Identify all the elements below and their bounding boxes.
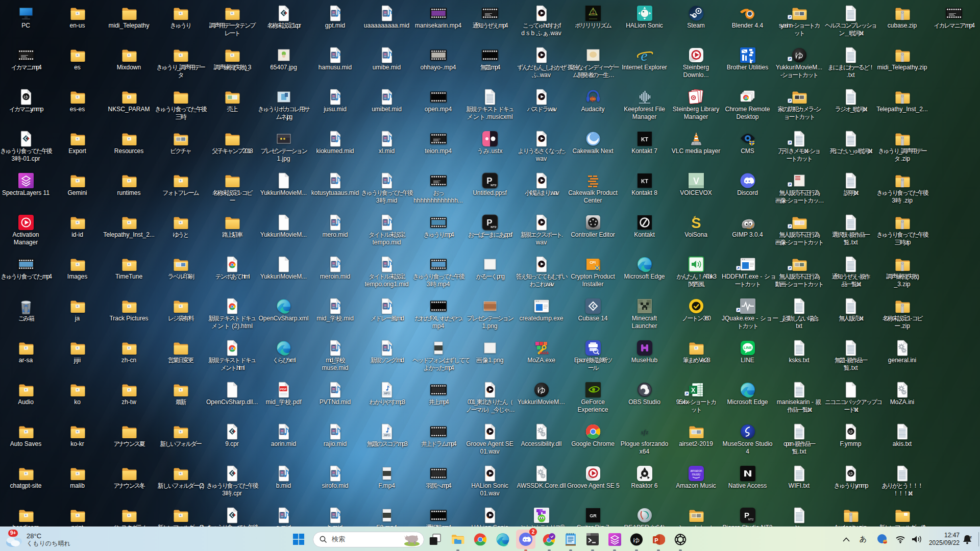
svg-text:music: music <box>692 472 701 476</box>
svg-text:MP3: MP3 <box>384 392 389 395</box>
svg-text:MP3: MP3 <box>384 434 389 437</box>
svg-text:ゆ: ゆ <box>848 471 853 476</box>
svg-text:X: X <box>691 387 695 394</box>
svg-text:GR: GR <box>590 513 597 518</box>
svg-text:z: z <box>970 535 972 539</box>
svg-text:KT: KT <box>641 136 649 142</box>
svg-text:NT2: NT2 <box>748 518 753 521</box>
svg-text:P: P <box>654 537 658 543</box>
svg-text:NT2: NT2 <box>491 226 497 229</box>
svg-text:sfz: sfz <box>640 428 648 436</box>
svg-text:PDF: PDF <box>280 387 286 391</box>
svg-text:ゆ: ゆ <box>633 536 640 543</box>
svg-text:V: V <box>693 176 699 186</box>
svg-text:e: e <box>641 47 647 63</box>
svg-text:S: S <box>691 215 701 231</box>
svg-text:amazon: amazon <box>690 469 702 472</box>
svg-text:LINE: LINE <box>744 346 752 349</box>
svg-text:KT: KT <box>641 178 649 184</box>
svg-text:MoZA: MoZA <box>539 351 548 355</box>
svg-text:CPI: CPI <box>590 261 596 264</box>
svg-text:ゆ: ゆ <box>848 429 853 434</box>
svg-text:NT2: NT2 <box>491 184 497 187</box>
svg-text:ゆ: ゆ <box>23 94 28 99</box>
svg-text:ゆ: ゆ <box>537 386 545 394</box>
svg-text:ゆ: ゆ <box>795 51 803 60</box>
